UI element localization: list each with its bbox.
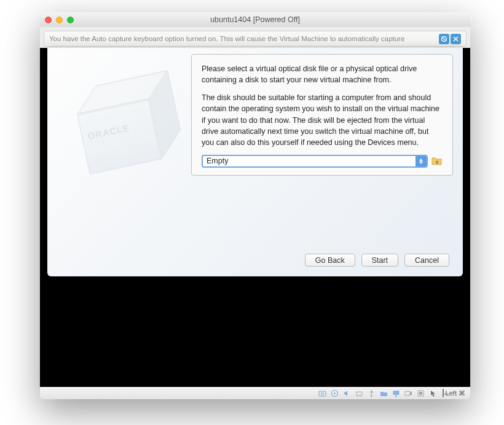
- svg-point-4: [334, 392, 336, 394]
- host-key-label: Left ⌘: [446, 389, 465, 397]
- svg-rect-10: [419, 392, 422, 395]
- info-toggle-icon[interactable]: [439, 34, 449, 44]
- select-disk-dialog: Please select a virtual optical disk fil…: [191, 54, 453, 176]
- info-bar-controls: [439, 34, 461, 44]
- go-back-button[interactable]: Go Back: [305, 254, 355, 267]
- info-bar: You have the Auto capture keyboard optio…: [44, 31, 467, 47]
- svg-rect-7: [393, 391, 399, 395]
- info-text: You have the Auto capture keyboard optio…: [49, 35, 439, 42]
- disk-select-row: Empty: [202, 155, 443, 168]
- audio-indicator-icon[interactable]: [342, 389, 352, 398]
- dialog-buttons: Go Back Start Cancel: [305, 254, 449, 267]
- svg-rect-5: [356, 392, 362, 396]
- statusbar: Left ⌘: [40, 387, 470, 399]
- display-indicator-icon[interactable]: [392, 389, 401, 398]
- dialog-paragraph-2: The disk should be suitable for starting…: [202, 92, 443, 148]
- minimize-window-button[interactable]: [56, 17, 63, 23]
- svg-rect-8: [405, 391, 410, 396]
- start-button[interactable]: Start: [361, 254, 398, 267]
- info-dismiss-icon[interactable]: [451, 34, 461, 44]
- svg-point-6: [371, 395, 372, 397]
- disk-select-value: Empty: [207, 155, 228, 166]
- keyboard-icon: [443, 389, 444, 397]
- dialog-paragraph-1: Please select a virtual optical disk fil…: [202, 63, 443, 85]
- close-window-button[interactable]: [45, 17, 52, 23]
- cancel-button[interactable]: Cancel: [404, 254, 449, 267]
- zoom-window-button[interactable]: [67, 17, 74, 23]
- optical-drive-indicator-icon[interactable]: [330, 389, 339, 398]
- virtualbox-logo: ORACLE: [60, 72, 176, 189]
- features-indicator-icon[interactable]: [416, 389, 425, 398]
- usb-indicator-icon[interactable]: [367, 389, 376, 398]
- harddisk-indicator-icon[interactable]: [318, 389, 327, 398]
- svg-point-2: [321, 392, 323, 395]
- dialog-sheet: ORACLE Please select a virtual optical d…: [47, 48, 463, 276]
- shared-folders-indicator-icon[interactable]: [379, 389, 388, 398]
- recording-indicator-icon[interactable]: [404, 389, 413, 398]
- titlebar: ubuntu1404 [Powered Off]: [40, 12, 470, 27]
- window-controls: [45, 17, 74, 23]
- dropdown-arrows-icon: [415, 156, 427, 166]
- svg-rect-1: [319, 391, 326, 396]
- app-window: ubuntu1404 [Powered Off] You have the Au…: [40, 12, 470, 399]
- disk-select-dropdown[interactable]: Empty: [202, 155, 428, 168]
- mouse-integration-icon[interactable]: [428, 389, 438, 398]
- window-title: ubuntu1404 [Powered Off]: [40, 15, 470, 24]
- browse-file-button[interactable]: [431, 156, 443, 166]
- host-key-indicator[interactable]: Left ⌘: [443, 389, 465, 397]
- network-indicator-icon[interactable]: [355, 389, 364, 398]
